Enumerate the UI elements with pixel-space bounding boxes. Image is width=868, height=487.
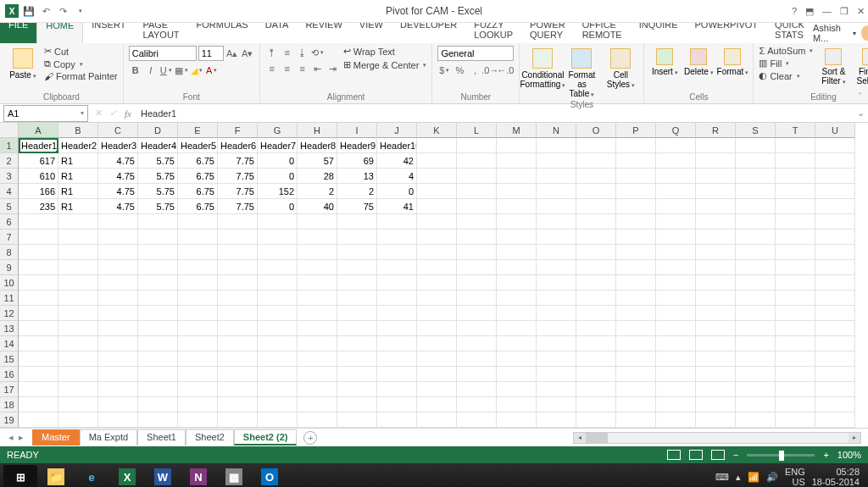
row-header[interactable]: 2 — [0, 153, 19, 169]
cell[interactable] — [457, 367, 497, 382]
cell[interactable] — [58, 382, 98, 397]
cell[interactable] — [656, 321, 696, 336]
merge-center-button[interactable]: ⊞Merge & Center — [343, 59, 427, 70]
cell[interactable] — [696, 138, 736, 153]
cell[interactable] — [138, 230, 178, 245]
cell[interactable] — [616, 214, 656, 230]
align-top-icon[interactable]: ⭱ — [265, 46, 279, 59]
cell[interactable]: 2 — [298, 184, 337, 199]
cell[interactable] — [656, 397, 696, 412]
cell[interactable] — [736, 306, 776, 321]
taskbar-app[interactable]: ▦ — [217, 465, 251, 487]
orientation-icon[interactable]: ⟲ — [311, 46, 325, 59]
row-header[interactable]: 13 — [0, 321, 19, 336]
cell[interactable] — [497, 412, 537, 428]
cell[interactable] — [417, 382, 457, 397]
cell[interactable] — [815, 306, 855, 321]
row-header[interactable]: 14 — [0, 336, 19, 351]
cell[interactable] — [616, 199, 656, 214]
find-select-button[interactable]: Find & Select — [854, 46, 868, 86]
cell[interactable] — [19, 367, 58, 382]
cell[interactable] — [696, 245, 736, 260]
column-header[interactable]: K — [417, 123, 457, 138]
cell[interactable] — [497, 199, 537, 214]
cell[interactable] — [337, 367, 377, 382]
cell[interactable] — [98, 397, 138, 412]
cell[interactable]: 0 — [377, 184, 417, 199]
column-header[interactable]: M — [497, 123, 537, 138]
increase-indent-icon[interactable]: ⇥ — [326, 62, 340, 75]
cell[interactable] — [98, 245, 138, 260]
start-button[interactable]: ⊞ — [3, 465, 37, 487]
font-name-select[interactable] — [129, 46, 197, 61]
cell[interactable] — [178, 245, 218, 260]
cell[interactable]: 6.75 — [178, 153, 218, 169]
cell[interactable] — [58, 336, 98, 351]
cell[interactable] — [576, 291, 616, 306]
cell[interactable] — [337, 321, 377, 336]
cell[interactable]: 166 — [19, 184, 58, 199]
cell[interactable] — [298, 245, 337, 260]
tray-network-icon[interactable]: 📶 — [748, 472, 760, 483]
cell[interactable] — [576, 153, 616, 169]
cell[interactable] — [497, 397, 537, 412]
cell[interactable] — [417, 260, 457, 275]
column-header[interactable]: Q — [656, 123, 696, 138]
format-cells-button[interactable]: Format — [717, 46, 748, 76]
increase-decimal-icon[interactable]: .0→ — [483, 64, 497, 77]
cell[interactable] — [815, 214, 855, 230]
cell[interactable]: 7.75 — [218, 199, 258, 214]
column-header[interactable]: L — [457, 123, 497, 138]
cell[interactable] — [457, 382, 497, 397]
cell[interactable] — [258, 260, 298, 275]
cell[interactable] — [98, 275, 138, 291]
cell[interactable] — [377, 260, 417, 275]
cell[interactable] — [497, 321, 537, 336]
cell[interactable] — [736, 138, 776, 153]
cell[interactable] — [815, 184, 855, 199]
cell[interactable] — [457, 245, 497, 260]
cell[interactable] — [417, 184, 457, 199]
cell[interactable] — [696, 367, 736, 382]
cell[interactable] — [457, 397, 497, 412]
cell[interactable] — [736, 260, 776, 275]
cell[interactable] — [19, 412, 58, 428]
cell[interactable] — [815, 245, 855, 260]
cell[interactable] — [417, 138, 457, 153]
cell[interactable] — [98, 306, 138, 321]
cell[interactable]: 617 — [19, 153, 58, 169]
cell[interactable] — [696, 382, 736, 397]
cell[interactable] — [98, 291, 138, 306]
cell[interactable] — [537, 169, 576, 184]
cell[interactable] — [815, 138, 855, 153]
cell[interactable] — [537, 230, 576, 245]
chevron-down-icon[interactable]: ▾ — [81, 109, 84, 117]
cell[interactable] — [218, 260, 258, 275]
cell[interactable] — [377, 397, 417, 412]
cell[interactable]: Header3 — [98, 138, 138, 153]
horizontal-scrollbar[interactable]: ◂ ▸ — [573, 432, 861, 444]
cell[interactable] — [497, 336, 537, 351]
cell[interactable]: 13 — [337, 169, 377, 184]
spreadsheet-grid[interactable]: ABCDEFGHIJKLMNOPQRSTU 1Header1Header2Hea… — [0, 123, 868, 428]
cell[interactable] — [58, 275, 98, 291]
taskbar-explorer[interactable]: 📁 — [39, 465, 73, 487]
cell[interactable] — [576, 138, 616, 153]
cell[interactable] — [776, 245, 815, 260]
cell[interactable] — [258, 306, 298, 321]
cell[interactable]: R1 — [58, 169, 98, 184]
font-size-select[interactable] — [198, 46, 224, 61]
cell[interactable] — [138, 321, 178, 336]
cell[interactable] — [218, 397, 258, 412]
cell[interactable]: 7.75 — [218, 169, 258, 184]
cell[interactable] — [457, 321, 497, 336]
insert-cells-button[interactable]: Insert — [649, 46, 680, 76]
cell[interactable] — [736, 184, 776, 199]
cell[interactable] — [98, 336, 138, 351]
cell[interactable] — [696, 275, 736, 291]
cell[interactable] — [377, 214, 417, 230]
cell[interactable] — [696, 260, 736, 275]
cell[interactable] — [417, 321, 457, 336]
cell[interactable] — [298, 306, 337, 321]
new-sheet-button[interactable]: + — [303, 431, 317, 445]
